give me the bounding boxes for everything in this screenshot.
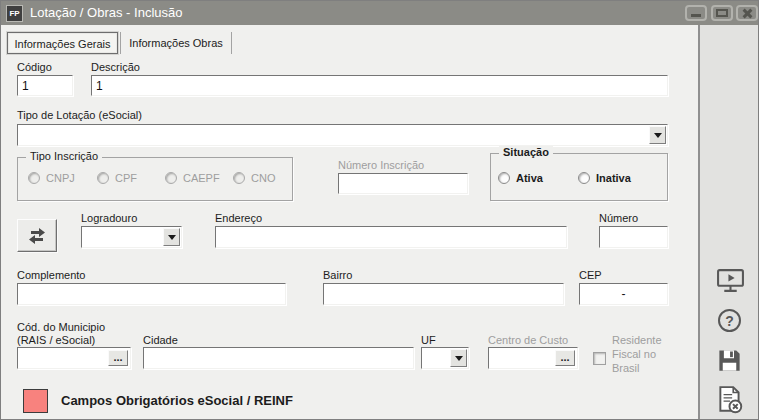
radio-inativa[interactable]: Inativa xyxy=(578,172,631,184)
centro-custo-input[interactable]: ... xyxy=(488,347,578,369)
window-title: Lotação / Obras - Inclusão xyxy=(30,1,182,25)
radio-ativa-circle[interactable] xyxy=(498,172,510,184)
maximize-icon xyxy=(716,9,728,17)
radio-caepf[interactable]: CAEPF xyxy=(165,172,220,184)
radio-caepf-circle[interactable] xyxy=(165,172,177,184)
complemento-input[interactable] xyxy=(17,283,286,305)
chevron-down-icon[interactable] xyxy=(163,228,180,246)
action-sidebar: ? xyxy=(698,25,759,420)
video-tutorial-button[interactable] xyxy=(716,267,746,297)
video-tutorial-icon xyxy=(716,267,745,294)
titlebar: FP Lotação / Obras - Inclusão xyxy=(1,1,758,25)
maximize-button[interactable] xyxy=(711,5,733,21)
minimize-button[interactable] xyxy=(685,5,707,21)
dialog-window: FP Lotação / Obras - Inclusão Informaçõe… xyxy=(0,0,759,420)
help-button[interactable]: ? xyxy=(716,307,746,337)
radio-cpf[interactable]: CPF xyxy=(97,172,137,184)
bairro-label: Bairro xyxy=(323,269,352,281)
endereco-label: Endereço xyxy=(215,212,262,224)
cidade-input[interactable] xyxy=(143,347,414,369)
tipo-lotacao-label: Tipo de Lotação (eSocial) xyxy=(17,109,142,121)
required-field-swatch xyxy=(23,389,48,413)
numero-label: Número xyxy=(599,212,638,224)
swap-arrows-icon xyxy=(26,226,48,245)
tab-informacoes-gerais[interactable]: Informações Gerais xyxy=(7,32,118,54)
uf-label: UF xyxy=(421,334,436,346)
uf-select[interactable] xyxy=(421,347,469,369)
radio-cno[interactable]: CNO xyxy=(233,172,275,184)
logradouro-select[interactable] xyxy=(81,226,182,248)
close-button[interactable] xyxy=(736,5,758,21)
cod-municipio-input[interactable]: ... xyxy=(17,347,131,369)
centro-custo-browse-button[interactable]: ... xyxy=(555,350,575,366)
residente-fiscal-label: Residente Fiscal no Brasil xyxy=(612,333,674,375)
save-button[interactable] xyxy=(716,347,746,377)
chevron-down-icon[interactable] xyxy=(649,126,666,144)
tab-informacoes-obras[interactable]: Informações Obras xyxy=(120,32,232,54)
cod-municipio-browse-button[interactable]: ... xyxy=(108,350,128,366)
cep-label: CEP xyxy=(579,269,602,281)
cep-input[interactable] xyxy=(579,283,668,305)
cidade-label: Cidade xyxy=(143,334,178,346)
cancel-record-icon xyxy=(716,385,744,415)
radio-inativa-circle[interactable] xyxy=(578,172,590,184)
radio-cpf-circle[interactable] xyxy=(97,172,109,184)
numero-inscricao-label: Número Inscrição xyxy=(338,159,424,171)
cod-municipio-label-2: (RAIS / eSocial) xyxy=(17,334,95,346)
cancel-record-button[interactable] xyxy=(716,385,746,415)
numero-inscricao-input[interactable] xyxy=(338,173,468,194)
endereco-input[interactable] xyxy=(215,226,567,248)
codigo-input[interactable] xyxy=(17,75,73,96)
required-fields-note: Campos Obrigatórios eSocial / REINF xyxy=(61,393,293,408)
tipo-lotacao-select[interactable] xyxy=(17,124,668,146)
codigo-label: Código xyxy=(17,61,52,73)
radio-cnpj[interactable]: CNPJ xyxy=(28,172,75,184)
save-icon xyxy=(716,347,743,374)
app-icon: FP xyxy=(6,5,23,22)
residente-fiscal-checkbox[interactable] xyxy=(593,352,606,365)
help-icon: ? xyxy=(718,309,741,332)
descricao-input[interactable] xyxy=(91,75,668,96)
minimize-icon xyxy=(691,14,701,17)
bairro-input[interactable] xyxy=(323,283,564,305)
chevron-down-icon[interactable] xyxy=(450,349,467,367)
centro-custo-label: Centro de Custo xyxy=(488,334,568,346)
numero-input[interactable] xyxy=(599,226,668,248)
logradouro-label: Logradouro xyxy=(81,212,137,224)
tipo-inscricao-legend: Tipo Inscrição xyxy=(26,150,102,162)
address-lookup-button[interactable] xyxy=(17,219,57,252)
complemento-label: Complemento xyxy=(17,269,85,281)
radio-ativa[interactable]: Ativa xyxy=(498,172,543,184)
cod-municipio-label: Cód. do Municipio xyxy=(17,321,105,333)
radio-cnpj-circle[interactable] xyxy=(28,172,40,184)
radio-cno-circle[interactable] xyxy=(233,172,245,184)
descricao-label: Descrição xyxy=(91,61,140,73)
situacao-legend: Situação xyxy=(499,146,553,158)
